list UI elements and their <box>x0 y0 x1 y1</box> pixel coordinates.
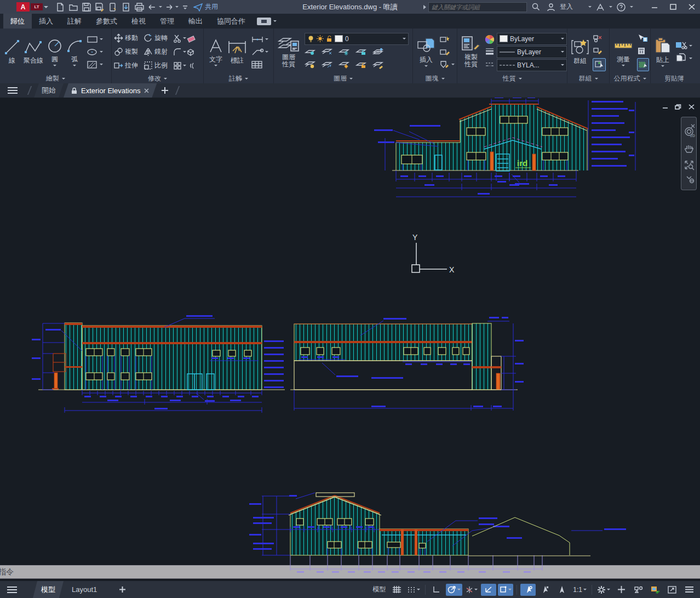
close-tab-icon[interactable] <box>144 88 149 93</box>
panel-label-properties[interactable]: 性質 <box>457 73 567 83</box>
plot-button[interactable] <box>106 1 119 13</box>
zoom-extents-icon[interactable] <box>684 157 695 173</box>
layout1-tab[interactable]: Layout1 <box>64 581 105 598</box>
file-tabs-menu-icon[interactable] <box>0 83 25 98</box>
workspace-gear-button[interactable] <box>595 584 612 596</box>
panel-label-block[interactable]: 圖塊 <box>413 73 457 83</box>
quick-select-button[interactable] <box>637 33 649 44</box>
isolate-objects-button[interactable] <box>630 584 646 596</box>
tab-collaborate[interactable]: 協同合作 <box>210 14 253 29</box>
copy-button[interactable] <box>114 47 125 56</box>
annotation-visibility-button[interactable] <box>520 584 536 596</box>
trim-button[interactable] <box>173 34 186 43</box>
arc-dropdown-icon[interactable] <box>73 65 76 66</box>
app-menu-button[interactable]: A LT <box>16 2 48 12</box>
layer-unlock-icon[interactable] <box>355 61 368 69</box>
panel-label-groups[interactable]: 群組 <box>567 73 609 83</box>
fillet-button[interactable] <box>173 48 186 56</box>
copy-clip-button[interactable] <box>675 53 692 64</box>
tab-annotate[interactable]: 註解 <box>60 14 89 29</box>
offset-button[interactable] <box>186 61 198 70</box>
undo-button[interactable] <box>146 1 159 13</box>
array-button[interactable] <box>173 61 186 70</box>
group-edit-button[interactable] <box>593 45 606 56</box>
linetype-select[interactable]: BYLA... <box>497 59 567 71</box>
new-drawing-tab-button[interactable] <box>157 83 173 98</box>
print-button[interactable] <box>133 1 146 13</box>
pan-icon[interactable] <box>684 140 695 157</box>
annotation-scale-icon[interactable] <box>554 584 570 596</box>
group-selection-toggle[interactable] <box>593 58 606 71</box>
layer-dropdown-icon[interactable] <box>403 38 406 39</box>
lineweight-icon[interactable] <box>485 47 495 58</box>
tab-parametric[interactable]: 參數式 <box>89 14 124 29</box>
stretch-button[interactable] <box>114 61 125 70</box>
edit-attributes-button[interactable] <box>439 59 455 70</box>
quick-calc-button[interactable] <box>637 45 649 56</box>
line-button[interactable]: 線 <box>2 39 22 65</box>
panel-label-layers[interactable]: 圖層 <box>274 73 412 83</box>
dwg-minimize-button[interactable] <box>661 103 669 111</box>
layer-properties-button[interactable]: 圖層性質 <box>276 36 301 68</box>
app-dropdown-icon[interactable] <box>609 6 612 8</box>
layer-select[interactable]: 0 <box>305 33 409 45</box>
user-icon[interactable] <box>544 1 558 13</box>
grid-display-button[interactable] <box>389 584 404 596</box>
command-line[interactable]: 指令 <box>0 565 700 579</box>
properties-expander-icon[interactable] <box>237 76 243 81</box>
annotation-monitor-button[interactable] <box>613 584 629 596</box>
layer-make-current-icon[interactable] <box>372 48 385 56</box>
hatch-button[interactable] <box>87 59 103 70</box>
object-snap-button[interactable] <box>498 584 513 596</box>
model-space-button[interactable]: 模型 <box>371 584 387 596</box>
lineweight-select[interactable]: ByLayer <box>497 46 567 58</box>
layer-thaw-icon[interactable] <box>338 61 351 69</box>
rectangle-button[interactable] <box>87 34 103 45</box>
paste-button[interactable]: 貼上 <box>653 37 673 67</box>
share-icon[interactable] <box>192 1 205 13</box>
save-as-button[interactable] <box>93 1 106 13</box>
layer-lock-icon[interactable] <box>355 48 368 56</box>
table-button[interactable] <box>251 59 268 70</box>
object-snap-tracking-button[interactable] <box>481 584 496 596</box>
ribbon-minimize-button[interactable] <box>257 18 277 25</box>
open-file-button[interactable] <box>67 1 80 13</box>
autodesk-app-icon[interactable] <box>594 1 607 13</box>
ungroup-button[interactable] <box>593 33 606 44</box>
polyline-button[interactable]: 聚合線 <box>22 39 45 65</box>
new-layout-button[interactable] <box>114 586 130 593</box>
circle-button[interactable]: 圓 <box>45 38 65 66</box>
new-file-button[interactable] <box>54 1 67 13</box>
group-button[interactable]: 群組 <box>570 38 590 66</box>
redo-button[interactable] <box>162 1 175 13</box>
panel-label-clipboard[interactable]: 剪貼簿 <box>651 73 698 83</box>
move-button[interactable] <box>114 33 125 43</box>
layer-change-icon[interactable] <box>372 61 385 69</box>
dwg-restore-button[interactable] <box>674 103 682 111</box>
navbar-close-icon[interactable] <box>691 118 695 134</box>
dimension-button[interactable]: 標註 <box>226 39 249 65</box>
customization-menu-icon[interactable] <box>681 584 697 596</box>
scale-button[interactable] <box>144 61 154 70</box>
explode-button[interactable] <box>186 48 198 56</box>
navbar-settings-icon[interactable] <box>689 173 695 189</box>
snap-mode-button[interactable] <box>406 584 422 596</box>
tab-start[interactable]: 開始 <box>34 83 64 98</box>
dim-linear-button[interactable] <box>251 34 268 45</box>
qat-customize-icon[interactable] <box>179 1 192 13</box>
search-input[interactable] <box>428 2 527 12</box>
layer-match-icon[interactable] <box>322 61 334 69</box>
text-button[interactable]: 文字 <box>206 38 226 66</box>
clean-screen-button[interactable] <box>664 584 680 596</box>
layer-isolate-icon[interactable] <box>322 48 334 56</box>
tab-manage[interactable]: 管理 <box>153 14 181 29</box>
insert-block-button[interactable]: 插入 <box>415 37 437 67</box>
maximize-button[interactable] <box>665 1 681 13</box>
export-button[interactable] <box>119 1 133 13</box>
close-button[interactable] <box>684 1 700 13</box>
isometric-drafting-button[interactable] <box>464 584 479 596</box>
help-icon[interactable] <box>615 1 628 13</box>
panel-label-modify[interactable]: 修改 <box>112 73 203 83</box>
tab-output[interactable]: 輸出 <box>181 14 210 29</box>
signin-dropdown-icon[interactable] <box>588 6 592 8</box>
